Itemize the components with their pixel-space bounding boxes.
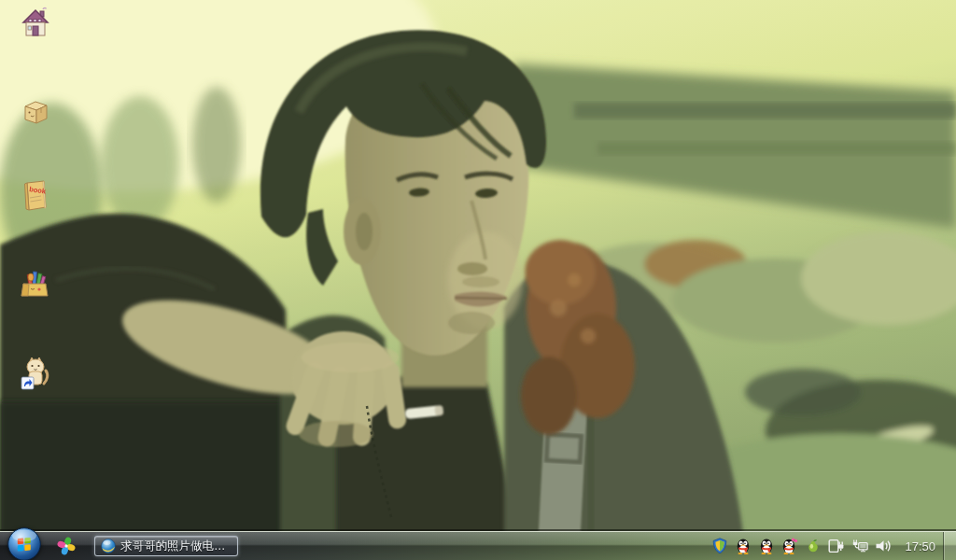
network-icon[interactable] (851, 538, 868, 554)
shortcut-arrow-badge (21, 377, 34, 389)
book-icon[interactable]: book (17, 177, 54, 215)
browser-globe-icon (101, 539, 116, 553)
cat-shortcut-icon[interactable] (17, 355, 54, 392)
taskbar-window-button[interactable]: 求哥哥的照片做电脑... (94, 536, 238, 556)
removable-device-icon[interactable] (828, 538, 845, 554)
storage-box-icon[interactable] (17, 93, 54, 131)
toolbox-icon[interactable] (17, 266, 54, 303)
media-pinwheel-icon[interactable] (57, 537, 76, 555)
system-tray (711, 538, 892, 554)
taskbar-window-title: 求哥哥的照片做电脑... (120, 539, 232, 554)
house-icon[interactable] (17, 4, 54, 41)
qq-penguin-icon[interactable] (758, 538, 775, 554)
desktop-screen: book (0, 0, 956, 560)
start-button[interactable] (7, 526, 42, 560)
green-pear-app-icon[interactable] (805, 538, 822, 554)
taskbar: 求哥哥的照片做电脑... (0, 531, 956, 560)
volume-icon[interactable] (875, 538, 892, 554)
wallpaper-photo (0, 0, 956, 560)
security-shield-icon[interactable] (711, 538, 728, 554)
show-desktop-button[interactable] (944, 532, 956, 560)
tray-clock[interactable]: 17:50 (905, 539, 935, 553)
qq-penguin-girl-icon[interactable] (781, 538, 798, 554)
qq-penguin-icon[interactable] (735, 538, 752, 554)
